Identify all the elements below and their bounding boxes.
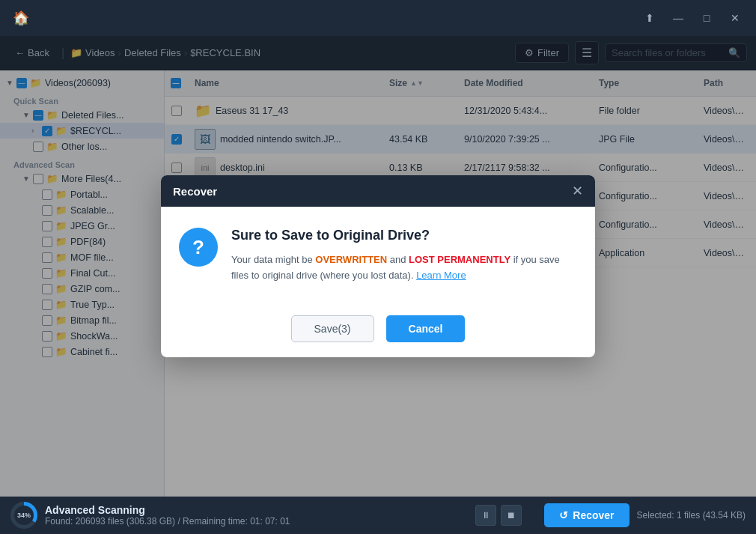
selected-info: Selected: 1 files (43.54 KB) xyxy=(637,510,746,521)
maximize-button[interactable]: □ xyxy=(695,7,719,28)
recover-icon: ↺ xyxy=(559,509,568,521)
modal-body: ? Sure to Save to Original Drive? Your d… xyxy=(161,207,595,305)
title-bar-controls: ⬆ — □ ✕ xyxy=(638,7,747,28)
title-bar: 🏠 ⬆ — □ ✕ xyxy=(0,0,756,36)
modal-title: Recover xyxy=(173,185,217,198)
modal-header: Recover ✕ xyxy=(161,175,595,207)
pause-button[interactable]: ⏸ xyxy=(475,505,496,526)
progress-pct: 34% xyxy=(14,506,34,525)
bottom-bar: 34% Advanced Scanning Found: 206093 file… xyxy=(0,497,756,534)
recover-label: Recover xyxy=(573,509,614,521)
learn-more-link[interactable]: Learn More xyxy=(416,270,466,281)
modal-heading: Sure to Save to Original Drive? xyxy=(231,228,577,243)
cancel-button[interactable]: Cancel xyxy=(386,315,466,342)
scan-detail: Found: 206093 files (306.38 GB) / Remain… xyxy=(45,516,468,527)
home-icon[interactable]: 🏠 xyxy=(9,6,33,30)
progress-circle: 34% xyxy=(10,502,37,529)
and-text: and xyxy=(387,254,409,265)
recover-dialog: Recover ✕ ? Sure to Save to Original Dri… xyxy=(161,175,595,357)
recover-button[interactable]: ↺ Recover xyxy=(544,503,629,527)
close-button[interactable]: ✕ xyxy=(723,7,747,28)
modal-close-button[interactable]: ✕ xyxy=(572,184,583,198)
modal-backdrop: Recover ✕ ? Sure to Save to Original Dri… xyxy=(0,36,756,497)
save-button[interactable]: Save(3) xyxy=(291,315,374,342)
overwritten-text: OVERWRITTEN xyxy=(315,254,387,265)
share-button[interactable]: ⬆ xyxy=(638,7,662,28)
scan-info: Advanced Scanning Found: 206093 files (3… xyxy=(45,504,468,527)
stop-button[interactable]: ⏹ xyxy=(501,505,522,526)
modal-body-text: Your data might be OVERWRITTEN and LOST … xyxy=(231,252,577,284)
minimize-button[interactable]: — xyxy=(666,7,690,28)
title-bar-left: 🏠 xyxy=(9,6,33,30)
lost-permanently-text: LOST PERMANENTLY xyxy=(409,254,510,265)
scan-title: Advanced Scanning xyxy=(45,504,468,516)
bottom-controls: ⏸ ⏹ xyxy=(475,505,522,526)
modal-content: Sure to Save to Original Drive? Your dat… xyxy=(231,228,577,284)
modal-footer: Save(3) Cancel xyxy=(161,305,595,357)
modal-question-icon: ? xyxy=(179,228,218,267)
body-prefix: Your data might be xyxy=(231,254,315,265)
